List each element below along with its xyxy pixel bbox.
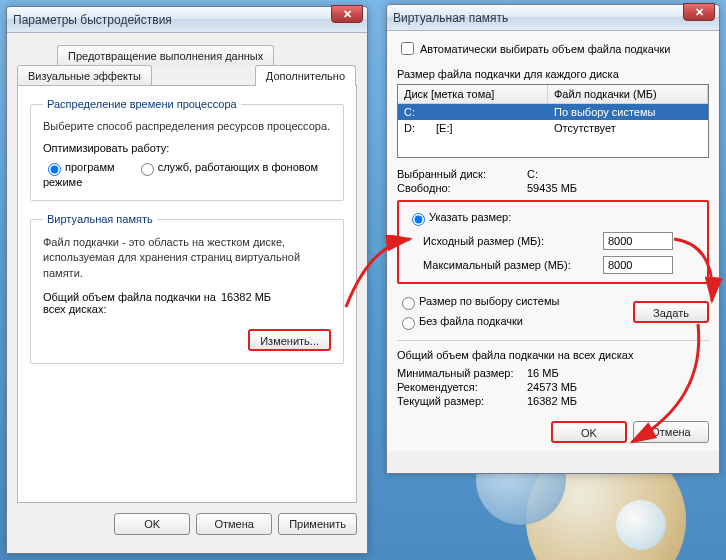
tab-dep[interactable]: Предотвращение выполнения данных [57,45,274,66]
cancel-button-vm[interactable]: Отмена [633,421,709,443]
drive-list[interactable]: Диск [метка тома] Файл подкачки (МБ) C: … [397,84,709,158]
total-header: Общий объем файла подкачки на всех диска… [397,349,709,361]
change-button[interactable]: Изменить... [248,329,331,351]
rec-value: 24573 МБ [527,381,709,393]
performance-options-window: Параметры быстродействия ✕ Предотвращени… [6,6,368,554]
vm-total-value: 16382 МБ [221,291,331,315]
min-label: Минимальный размер: [397,367,527,379]
free-label: Свободно: [397,182,527,194]
radio-system-input[interactable] [402,297,415,310]
custom-size-group: Указать размер: Исходный размер (МБ): Ма… [397,200,709,284]
max-size-input[interactable] [603,256,673,274]
cur-label: Текущий размер: [397,395,527,407]
radio-no-paging[interactable]: Без файла подкачки [397,315,523,327]
drive-size-header: Размер файла подкачки для каждого диска [397,68,709,80]
auto-manage-row: Автоматически выбирать объем файла подка… [397,39,709,58]
tabs-row1: Предотвращение выполнения данных [17,45,357,66]
auto-manage-label: Автоматически выбирать объем файла подка… [420,43,670,55]
set-button[interactable]: Задать [633,301,709,323]
col-drive: Диск [метка тома] [398,85,548,103]
radio-system-managed[interactable]: Размер по выбору системы [397,295,559,307]
col-paging: Файл подкачки (МБ) [548,85,708,103]
vm-window-title: Виртуальная память [393,11,508,25]
selected-drive-value: C: [527,168,709,180]
radio-none-input[interactable] [402,317,415,330]
vm-dialog-buttons: OK Отмена [397,421,709,443]
cpu-desc: Выберите способ распределения ресурсов п… [43,120,331,132]
virtual-memory-group: Виртуальная память Файл подкачки - это о… [30,213,344,364]
apply-button-left[interactable]: Применить [278,513,357,535]
close-button-vm[interactable]: ✕ [683,3,715,21]
radio-custom-input[interactable] [412,213,425,226]
free-value: 59435 МБ [527,182,709,194]
advanced-tab-pane: Распределение времени процессора Выберит… [17,85,357,503]
cpu-scheduling-group: Распределение времени процессора Выберит… [30,98,344,201]
tab-visual-effects[interactable]: Визуальные эффекты [17,65,152,86]
window-title: Параметры быстродействия [13,13,172,27]
optimize-label: Оптимизировать работу: [43,142,331,154]
ok-button-vm[interactable]: OK [551,421,627,443]
close-icon: ✕ [695,7,704,18]
ok-button-left[interactable]: OK [114,513,190,535]
vm-legend: Виртуальная память [43,213,157,225]
cpu-legend: Распределение времени процессора [43,98,241,110]
total-section: Общий объем файла подкачки на всех диска… [397,340,709,407]
cur-value: 16382 МБ [527,395,709,407]
virtual-memory-window: Виртуальная память ✕ Автоматически выбир… [386,4,720,474]
drive-row-d[interactable]: D: [E:] Отсутствует [398,120,708,136]
dialog-buttons: OK Отмена Применить [17,513,357,535]
radio-services-input[interactable] [141,163,154,176]
titlebar[interactable]: Параметры быстродействия ✕ [7,7,367,33]
titlebar-vm[interactable]: Виртуальная память ✕ [387,5,719,31]
initial-size-label: Исходный размер (МБ): [423,235,603,247]
selected-drive-label: Выбранный диск: [397,168,527,180]
radio-programs-input[interactable] [48,163,61,176]
vm-desc: Файл подкачки - это область на жестком д… [43,235,331,281]
radio-programs[interactable]: программ [43,161,115,173]
close-button[interactable]: ✕ [331,5,363,23]
tab-advanced[interactable]: Дополнительно [255,65,356,86]
cancel-button-left[interactable]: Отмена [196,513,272,535]
initial-size-input[interactable] [603,232,673,250]
min-value: 16 МБ [527,367,709,379]
auto-manage-checkbox[interactable] [401,42,414,55]
close-icon: ✕ [343,9,352,20]
max-size-label: Максимальный размер (МБ): [423,259,603,271]
radio-custom-size[interactable]: Указать размер: [407,211,511,223]
tabs-row2: Визуальные эффекты Дополнительно [17,65,357,86]
vm-total-label: Общий объем файла подкачки на всех диска… [43,291,221,315]
rec-label: Рекомендуется: [397,381,527,393]
drive-row-c[interactable]: C: По выбору системы [398,104,708,120]
